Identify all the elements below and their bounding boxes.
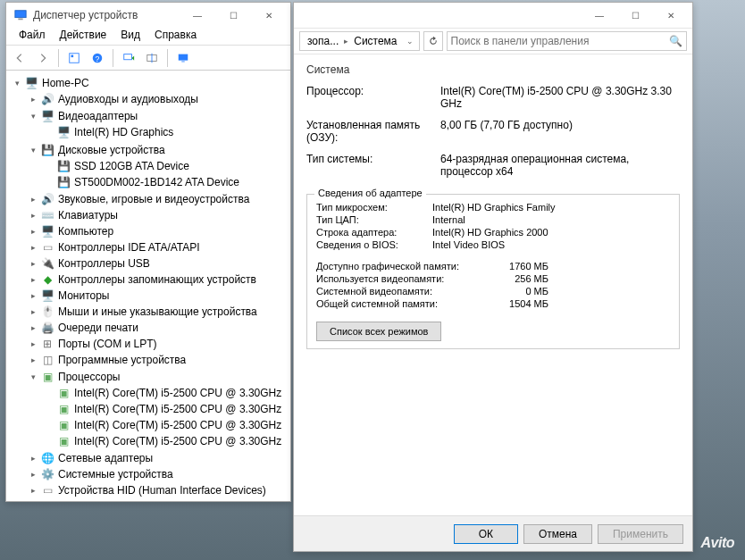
- apply-button[interactable]: Применить: [598, 524, 683, 544]
- ok-button[interactable]: ОК: [454, 524, 518, 544]
- port-icon: ⊞: [40, 337, 54, 351]
- svg-rect-9: [179, 54, 188, 60]
- address-bar: зопа... ▸ Система ⌄ 🔍: [294, 28, 692, 54]
- node-sound[interactable]: ▸🔊Звуковые, игровые и видеоустройства: [28, 191, 289, 207]
- node-printq[interactable]: ▸🖨️Очереди печати: [28, 320, 289, 336]
- properties-button[interactable]: [64, 48, 84, 68]
- cpu-icon: ▣: [56, 402, 71, 416]
- node-storage[interactable]: ▸◆Контроллеры запоминающих устройств: [28, 272, 289, 288]
- help-button[interactable]: ?: [88, 48, 107, 68]
- minimize-button[interactable]: —: [582, 5, 617, 25]
- node-sysdev[interactable]: ▸⚙️Системные устройства: [28, 466, 289, 482]
- cpu-label: Процессор:: [306, 85, 440, 110]
- refresh-button[interactable]: [423, 31, 443, 51]
- node-monitors[interactable]: ▸🖥️Мониторы: [28, 288, 289, 304]
- expand-icon[interactable]: ▾: [12, 78, 22, 88]
- menu-action[interactable]: Действие: [53, 28, 114, 45]
- search-box[interactable]: 🔍: [447, 31, 687, 51]
- addhw-button[interactable]: [142, 48, 162, 68]
- node-disk2[interactable]: ▸💾ST500DM002-1BD142 ATA Device: [44, 174, 289, 190]
- expand-icon[interactable]: ▸: [28, 355, 38, 365]
- tree-root[interactable]: ▾🖥️Home-PC ▸🔊Аудиовходы и аудиовыходы ▾🖥…: [12, 74, 289, 499]
- node-mice[interactable]: ▸🖱️Мыши и иные указывающие устройства: [28, 304, 289, 320]
- node-usb[interactable]: ▸🔌Контроллеры USB: [28, 255, 289, 272]
- expand-icon[interactable]: ▸: [28, 94, 38, 104]
- node-netadp[interactable]: ▸🌐Сетевые адаптеры: [28, 450, 289, 466]
- node-disks[interactable]: ▾💾Дисковые устройства ▸💾SSD 120GB ATA De…: [28, 141, 289, 191]
- cancel-button[interactable]: Отмена: [523, 524, 592, 544]
- scan-button[interactable]: [119, 48, 138, 68]
- watermark: Avito: [701, 535, 735, 551]
- chevron-down-icon[interactable]: ⌄: [405, 37, 415, 46]
- list-modes-button[interactable]: Список всех режимов: [316, 322, 441, 341]
- node-cpu-core[interactable]: ▸▣Intel(R) Core(TM) i5-2500 CPU @ 3.30GH…: [44, 433, 289, 449]
- expand-icon[interactable]: ▸: [28, 453, 38, 464]
- expand-icon[interactable]: ▸: [28, 485, 38, 496]
- expand-icon[interactable]: ▸: [28, 469, 38, 480]
- node-disk1[interactable]: ▸💾SSD 120GB ATA Device: [44, 158, 289, 174]
- expand-icon[interactable]: ▸: [28, 242, 38, 253]
- expand-icon[interactable]: ▸: [28, 322, 38, 333]
- node-video-child[interactable]: ▸🖥️Intel(R) HD Graphics: [44, 124, 289, 140]
- node-cpu-core[interactable]: ▸▣Intel(R) Core(TM) i5-2500 CPU @ 3.30GH…: [44, 417, 289, 433]
- expand-icon[interactable]: ▸: [28, 210, 38, 221]
- used-value: 256 МБ: [495, 273, 548, 284]
- printer-icon: 🖨️: [40, 321, 54, 335]
- menu-help[interactable]: Справка: [147, 28, 204, 45]
- svg-text:?: ?: [96, 54, 100, 63]
- back-button[interactable]: [10, 48, 29, 68]
- type-value: 64-разрядная операционная система, проце…: [440, 153, 680, 178]
- node-hid[interactable]: ▸▭Устройства HID (Human Interface Device…: [28, 482, 289, 498]
- node-audio[interactable]: ▸🔊Аудиовходы и аудиовыходы: [28, 91, 289, 107]
- breadcrumb[interactable]: зопа... ▸ Система ⌄: [299, 31, 420, 51]
- adapter-title: Сведения об адаптере: [314, 188, 426, 198]
- device-tree[interactable]: ▾🖥️Home-PC ▸🔊Аудиовходы и аудиовыходы ▾🖥…: [6, 71, 290, 501]
- expand-icon[interactable]: ▾: [28, 111, 38, 121]
- expand-icon[interactable]: ▸: [28, 194, 38, 205]
- maximize-button[interactable]: ☐: [215, 5, 251, 25]
- crumb-part[interactable]: зопа...: [304, 35, 342, 47]
- used-label: Используется видеопамяти:: [316, 273, 495, 284]
- dialog-buttons: ОК Отмена Применить: [294, 515, 692, 551]
- node-computer[interactable]: ▸🖥️Компьютер: [28, 223, 289, 239]
- node-cpu-core[interactable]: ▸▣Intel(R) Core(TM) i5-2500 CPU @ 3.30GH…: [44, 401, 289, 417]
- node-cpu-core[interactable]: ▸▣Intel(R) Core(TM) i5-2500 CPU @ 3.30GH…: [44, 385, 289, 401]
- crumb-part[interactable]: Система: [350, 35, 400, 47]
- expand-icon[interactable]: ▸: [28, 274, 38, 285]
- node-ide[interactable]: ▸▭Контроллеры IDE ATA/ATAPI: [28, 239, 289, 255]
- computer-icon: 🖥️: [24, 76, 38, 90]
- expand-icon[interactable]: ▸: [28, 226, 38, 237]
- expand-icon[interactable]: ▸: [28, 306, 38, 317]
- dac-value: Internal: [432, 214, 670, 225]
- expand-icon[interactable]: ▾: [28, 145, 38, 155]
- node-software[interactable]: ▸◫Программные устройства: [28, 352, 289, 368]
- close-button[interactable]: ✕: [653, 5, 689, 25]
- search-input[interactable]: [451, 35, 665, 47]
- node-ports[interactable]: ▸⊞Порты (COM и LPT): [28, 336, 289, 352]
- computer-icon: 🖥️: [40, 224, 54, 238]
- devmgr-icon: [13, 8, 28, 22]
- node-keyboard[interactable]: ▸⌨️Клавиатуры: [28, 207, 289, 223]
- menu-view[interactable]: Вид: [113, 28, 147, 45]
- minimize-button[interactable]: —: [180, 5, 215, 25]
- show-button[interactable]: [173, 48, 193, 68]
- disk-icon: 💾: [56, 159, 71, 173]
- maximize-button[interactable]: ☐: [617, 5, 653, 25]
- node-cpus[interactable]: ▾▣Процессоры ▸▣Intel(R) Core(TM) i5-2500…: [28, 368, 289, 450]
- type-label: Тип системы:: [306, 153, 440, 178]
- svg-rect-2: [70, 53, 80, 63]
- node-video[interactable]: ▾🖥️Видеоадаптеры ▸🖥️Intel(R) HD Graphics: [28, 107, 289, 141]
- search-icon[interactable]: 🔍: [669, 35, 682, 47]
- close-button[interactable]: ✕: [251, 5, 287, 25]
- device-manager-window: Диспетчер устройств — ☐ ✕ Файл Действие …: [5, 2, 291, 502]
- ide-icon: ▭: [40, 240, 54, 255]
- menu-file[interactable]: Файл: [12, 28, 53, 45]
- expand-icon[interactable]: ▾: [28, 372, 38, 382]
- expand-icon[interactable]: ▸: [28, 258, 38, 269]
- expand-icon[interactable]: ▸: [28, 290, 38, 301]
- menubar: Файл Действие Вид Справка: [6, 28, 290, 46]
- storage-icon: ◆: [40, 272, 54, 287]
- shared-label: Общей системной памяти:: [316, 298, 495, 309]
- expand-icon[interactable]: ▸: [28, 339, 38, 349]
- forward-button[interactable]: [33, 48, 53, 68]
